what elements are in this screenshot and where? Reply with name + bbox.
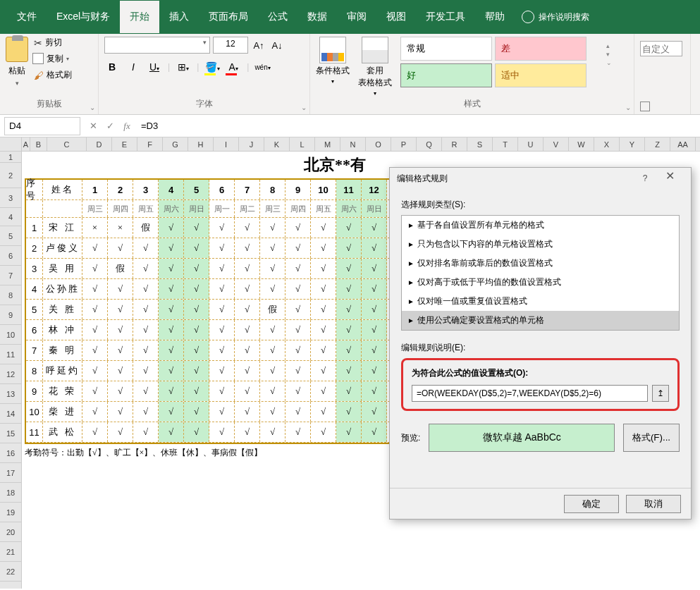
cell[interactable]: √ xyxy=(362,402,387,422)
col-header-R[interactable]: R xyxy=(442,137,467,151)
row-header-21[interactable]: 21 xyxy=(0,542,22,562)
col-header-T[interactable]: T xyxy=(493,137,518,151)
cell[interactable]: √ xyxy=(285,218,311,238)
cell[interactable]: √ xyxy=(209,300,235,319)
decrease-font-button[interactable]: A↓ xyxy=(269,37,285,54)
rule-type-item[interactable]: ►仅对唯一值或重复值设置格式 xyxy=(402,292,679,311)
cell[interactable]: √ xyxy=(260,422,285,442)
cell[interactable]: 林 冲 xyxy=(43,320,82,340)
col-header-H[interactable]: H xyxy=(188,137,214,151)
cell[interactable]: 周二 xyxy=(235,200,260,217)
cell[interactable]: √ xyxy=(209,422,235,442)
cell[interactable]: √ xyxy=(311,279,336,299)
cell[interactable]: 8 xyxy=(260,180,285,199)
cell[interactable]: √ xyxy=(184,381,209,401)
cell[interactable]: √ xyxy=(133,340,159,360)
cell[interactable]: √ xyxy=(159,340,184,360)
tab-insert[interactable]: 插入 xyxy=(159,1,199,33)
col-header-M[interactable]: M xyxy=(315,137,340,151)
font-color-button[interactable]: A▾ xyxy=(226,59,241,75)
cell[interactable]: √ xyxy=(108,361,133,381)
cell[interactable]: 11 xyxy=(26,422,43,442)
row-header-19[interactable]: 19 xyxy=(0,503,22,522)
cell[interactable]: √ xyxy=(235,300,260,319)
cell[interactable]: √ xyxy=(285,320,311,340)
cell[interactable]: √ xyxy=(362,238,387,258)
cell[interactable]: √ xyxy=(209,238,235,258)
cell[interactable]: 周四 xyxy=(108,200,133,217)
row-header-16[interactable]: 16 xyxy=(0,443,22,463)
font-size-selector[interactable]: 12 xyxy=(213,37,248,54)
row-header-7[interactable]: 7 xyxy=(0,266,22,285)
cell[interactable]: √ xyxy=(260,259,285,278)
col-header-W[interactable]: W xyxy=(569,137,594,151)
cell[interactable]: √ xyxy=(260,279,285,299)
cell[interactable]: 10 xyxy=(26,402,43,422)
cell[interactable]: √ xyxy=(311,381,336,401)
cell[interactable]: √ xyxy=(133,300,159,319)
cell[interactable]: √ xyxy=(311,320,336,340)
rule-type-list[interactable]: ►基于各自值设置所有单元格的格式►只为包含以下内容的单元格设置格式►仅对排名靠前… xyxy=(401,215,680,331)
row-header-6[interactable]: 6 xyxy=(0,246,22,266)
col-header-K[interactable]: K xyxy=(264,137,290,151)
cell[interactable]: √ xyxy=(260,402,285,422)
row-header-12[interactable]: 12 xyxy=(0,364,22,384)
cell[interactable]: √ xyxy=(285,300,311,319)
cell[interactable] xyxy=(26,200,43,217)
cell[interactable]: 1 xyxy=(26,218,43,238)
cell[interactable]: × xyxy=(108,218,133,238)
formula-input[interactable] xyxy=(135,117,700,135)
cell[interactable]: 2 xyxy=(26,238,43,258)
cell[interactable]: √ xyxy=(336,218,362,238)
cell[interactable]: √ xyxy=(159,259,184,278)
cell[interactable]: √ xyxy=(159,381,184,401)
cell[interactable]: 假 xyxy=(108,259,133,278)
cell[interactable]: √ xyxy=(133,279,159,299)
cell[interactable]: √ xyxy=(184,422,209,442)
cell[interactable]: √ xyxy=(260,238,285,258)
cell[interactable]: 花 荣 xyxy=(43,381,82,401)
col-header-A[interactable]: A xyxy=(22,137,30,151)
row-header-22[interactable]: 22 xyxy=(0,562,22,582)
cell[interactable]: √ xyxy=(336,340,362,360)
cell[interactable]: √ xyxy=(285,340,311,360)
row-header-3[interactable]: 3 xyxy=(0,188,22,208)
cell[interactable]: 周三 xyxy=(82,200,108,217)
rule-type-item[interactable]: ►只为包含以下内容的单元格设置格式 xyxy=(402,235,679,254)
copy-button[interactable]: 复制▾ xyxy=(34,53,72,65)
cell[interactable]: √ xyxy=(285,259,311,278)
cell[interactable]: 2 xyxy=(108,180,133,199)
cell[interactable]: 3 xyxy=(26,259,43,278)
cell[interactable]: √ xyxy=(285,422,311,442)
cell[interactable]: √ xyxy=(82,320,108,340)
fill-color-button[interactable]: 🪣▾ xyxy=(204,59,220,75)
col-header-E[interactable]: E xyxy=(112,137,137,151)
cell[interactable]: √ xyxy=(184,320,209,340)
cell[interactable]: √ xyxy=(184,218,209,238)
cell[interactable]: 5 xyxy=(26,300,43,319)
col-header-N[interactable]: N xyxy=(340,137,366,151)
cell[interactable]: √ xyxy=(209,381,235,401)
cell[interactable]: 4 xyxy=(159,180,184,199)
row-header-14[interactable]: 14 xyxy=(0,404,22,424)
cell[interactable]: √ xyxy=(184,300,209,319)
cell[interactable]: √ xyxy=(209,320,235,340)
tab-review[interactable]: 审阅 xyxy=(337,1,376,33)
col-header-U[interactable]: U xyxy=(518,137,544,151)
cancel-formula-button[interactable]: ✕ xyxy=(85,117,102,135)
cell[interactable]: √ xyxy=(285,238,311,258)
cell[interactable]: √ xyxy=(82,381,108,401)
cell[interactable]: √ xyxy=(159,361,184,381)
cell[interactable]: √ xyxy=(108,238,133,258)
cell[interactable]: √ xyxy=(159,238,184,258)
cell[interactable]: √ xyxy=(133,381,159,401)
row-header-10[interactable]: 10 xyxy=(0,325,22,345)
cell[interactable]: 4 xyxy=(26,279,43,299)
cell[interactable]: √ xyxy=(108,340,133,360)
tab-developer[interactable]: 开发工具 xyxy=(416,1,475,33)
cell[interactable]: 吴 用 xyxy=(43,259,82,278)
cell[interactable]: 周一 xyxy=(209,200,235,217)
custom-input[interactable] xyxy=(640,41,682,56)
cell[interactable]: √ xyxy=(362,422,387,442)
col-header-Q[interactable]: Q xyxy=(417,137,442,151)
